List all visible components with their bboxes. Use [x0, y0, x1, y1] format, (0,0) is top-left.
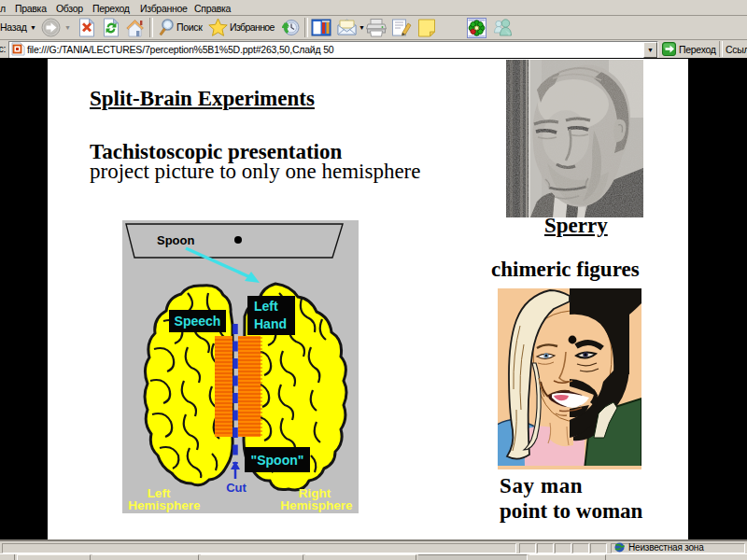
svg-text:Hand: Hand: [254, 316, 287, 331]
svg-text:Speech: Speech: [175, 314, 221, 329]
svg-text:Hemisphere: Hemisphere: [280, 498, 353, 512]
svg-text:Spoon: Spoon: [157, 233, 194, 247]
svg-text:Cut: Cut: [226, 481, 247, 495]
svg-text:Left: Left: [254, 299, 278, 314]
svg-text:Hemisphere: Hemisphere: [128, 498, 201, 512]
svg-text:"Spoon": "Spoon": [251, 453, 304, 468]
